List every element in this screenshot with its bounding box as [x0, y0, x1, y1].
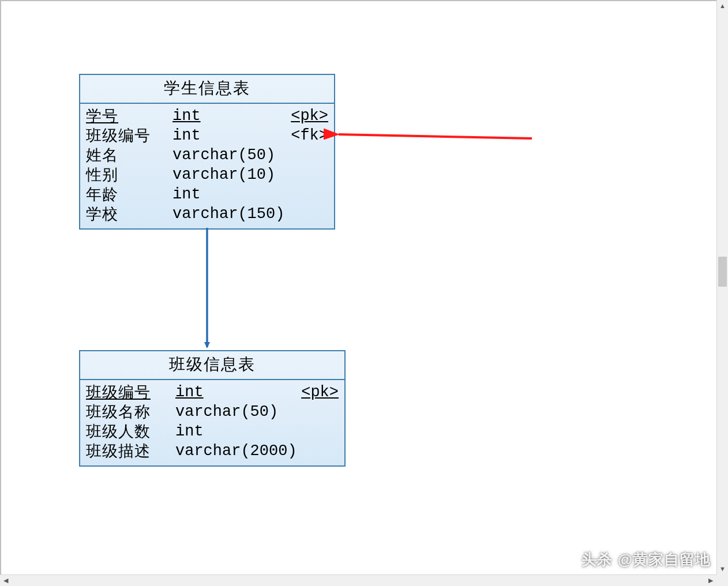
- scroll-down-button[interactable]: ▼: [717, 563, 728, 574]
- column-row[interactable]: 班级人数 int: [86, 422, 339, 441]
- column-name: 学号: [86, 106, 172, 126]
- column-type: int: [172, 106, 288, 126]
- column-type: varchar(10): [172, 165, 288, 185]
- column-name: 班级名称: [86, 402, 175, 422]
- column-row[interactable]: 学号 int <pk>: [86, 106, 328, 126]
- scrollbar-corner: [716, 574, 728, 586]
- scroll-thumb[interactable]: [718, 257, 727, 287]
- column-type: varchar(50): [175, 402, 298, 422]
- column-key: [288, 185, 328, 204]
- column-key: [298, 402, 339, 422]
- annotation-arrow: [339, 134, 532, 138]
- entity-student-info[interactable]: 学生信息表 学号 int <pk> 班级编号 int <fk> 姓名 varch…: [79, 74, 335, 230]
- column-type: varchar(50): [172, 145, 288, 165]
- diagram-canvas[interactable]: 学生信息表 学号 int <pk> 班级编号 int <fk> 姓名 varch…: [1, 1, 716, 574]
- vertical-scrollbar[interactable]: ▲ ▼: [716, 0, 728, 574]
- column-name: 学校: [86, 204, 172, 224]
- column-row[interactable]: 性别 varchar(10): [86, 165, 328, 185]
- column-key: <fk>: [288, 126, 328, 145]
- column-row[interactable]: 班级名称 varchar(50): [86, 402, 339, 422]
- scroll-right-button[interactable]: ▶: [705, 575, 716, 586]
- column-type: varchar(2000): [175, 441, 298, 461]
- column-name: 班级人数: [86, 422, 175, 441]
- chevron-left-icon: ◀: [3, 577, 8, 584]
- scroll-left-button[interactable]: ◀: [0, 575, 12, 586]
- entity-title: 学生信息表: [80, 75, 334, 104]
- column-type: int: [172, 126, 288, 145]
- column-name: 性别: [86, 165, 172, 185]
- column-row[interactable]: 学校 varchar(150): [86, 204, 328, 224]
- entity-title: 班级信息表: [80, 351, 344, 380]
- column-type: int: [175, 382, 298, 402]
- column-row[interactable]: 班级编号 int <pk>: [86, 382, 339, 402]
- chevron-up-icon: ▲: [719, 3, 726, 9]
- column-name: 班级编号: [86, 126, 172, 145]
- column-key: <pk>: [288, 106, 328, 126]
- chevron-right-icon: ▶: [708, 577, 713, 584]
- column-row[interactable]: 姓名 varchar(50): [86, 145, 328, 165]
- column-name: 姓名: [86, 145, 172, 165]
- chevron-down-icon: ▼: [719, 566, 726, 572]
- column-row[interactable]: 年龄 int: [86, 185, 328, 204]
- entity-columns: 学号 int <pk> 班级编号 int <fk> 姓名 varchar(50)…: [80, 104, 334, 228]
- entity-class-info[interactable]: 班级信息表 班级编号 int <pk> 班级名称 varchar(50) 班级人…: [79, 350, 346, 467]
- column-type: int: [172, 185, 288, 204]
- column-row[interactable]: 班级描述 varchar(2000): [86, 441, 339, 461]
- diagram-viewport: 学生信息表 学号 int <pk> 班级编号 int <fk> 姓名 varch…: [0, 0, 716, 574]
- column-key: [298, 441, 339, 461]
- column-name: 班级编号: [86, 382, 175, 402]
- column-name: 年龄: [86, 185, 172, 204]
- column-key: [288, 204, 328, 224]
- column-key: [298, 422, 339, 441]
- scroll-up-button[interactable]: ▲: [717, 0, 728, 12]
- column-key: <pk>: [298, 382, 339, 402]
- column-key: [288, 165, 328, 185]
- entity-columns: 班级编号 int <pk> 班级名称 varchar(50) 班级人数 int …: [80, 380, 344, 465]
- column-key: [288, 145, 328, 165]
- column-row[interactable]: 班级编号 int <fk>: [86, 126, 328, 145]
- column-name: 班级描述: [86, 441, 175, 461]
- column-type: int: [175, 422, 298, 441]
- column-type: varchar(150): [172, 204, 288, 224]
- horizontal-scrollbar[interactable]: ◀ ▶: [0, 574, 716, 586]
- watermark-text: 头杀 @黄家自留地: [581, 550, 711, 570]
